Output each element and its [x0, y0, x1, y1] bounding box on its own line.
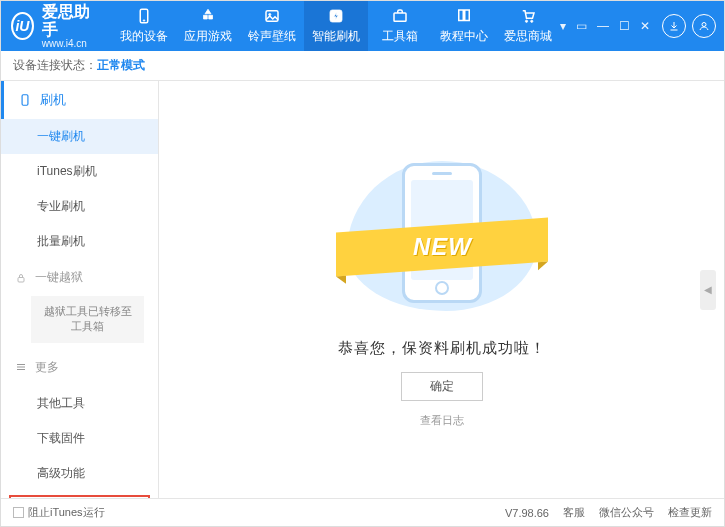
sidebar-item-batch-flash[interactable]: 批量刷机 [1, 224, 158, 259]
nav-label: 爱思商城 [504, 28, 552, 45]
sidebar-item-download-fw[interactable]: 下载固件 [1, 421, 158, 456]
footer-link-update[interactable]: 检查更新 [668, 505, 712, 520]
jailbreak-note: 越狱工具已转移至工具箱 [31, 296, 144, 343]
svg-rect-5 [394, 13, 406, 21]
checkbox-label: 阻止iTunes运行 [28, 505, 105, 520]
ok-button[interactable]: 确定 [401, 372, 483, 401]
status-label: 设备连接状态： [13, 57, 97, 74]
menu-icon[interactable]: ▾ [560, 19, 566, 33]
sidebar-more-header[interactable]: 更多 [1, 349, 158, 386]
sidebar-header-label: 更多 [35, 359, 59, 376]
sidebar-item-itunes-flash[interactable]: iTunes刷机 [1, 154, 158, 189]
nav-apps-games[interactable]: 应用游戏 [176, 1, 240, 51]
svg-point-7 [531, 20, 533, 22]
success-message: 恭喜您，保资料刷机成功啦！ [338, 339, 546, 358]
version-label: V7.98.66 [505, 507, 549, 519]
nav-label: 智能刷机 [312, 28, 360, 45]
sidebar: 刷机 一键刷机 iTunes刷机 专业刷机 批量刷机 一键越狱 越狱工具已转移至… [1, 81, 159, 498]
image-icon [263, 7, 281, 25]
minimize-icon[interactable]: — [597, 19, 609, 33]
checkbox-block-itunes[interactable]: 阻止iTunes运行 [13, 505, 105, 520]
svg-rect-2 [266, 11, 278, 22]
footer: 阻止iTunes运行 V7.98.66 客服 微信公众号 检查更新 [1, 498, 724, 526]
sidebar-header-label: 一键越狱 [35, 269, 83, 286]
checkbox-icon [13, 507, 24, 518]
nav-label: 教程中心 [440, 28, 488, 45]
nav-label: 工具箱 [382, 28, 418, 45]
skin-icon[interactable]: ▭ [576, 19, 587, 33]
lock-icon [15, 272, 27, 284]
device-icon [135, 7, 153, 25]
maximize-icon[interactable]: ☐ [619, 19, 630, 33]
close-icon[interactable]: ✕ [640, 19, 650, 33]
svg-rect-10 [18, 277, 24, 282]
sidebar-item-oneclick-flash[interactable]: 一键刷机 [1, 119, 158, 154]
sidebar-header-label: 刷机 [40, 91, 66, 109]
sidebar-flash-header[interactable]: 刷机 [1, 81, 158, 119]
svg-point-6 [525, 20, 527, 22]
nav-label: 应用游戏 [184, 28, 232, 45]
book-icon [455, 7, 473, 25]
app-url: www.i4.cn [42, 38, 92, 49]
sidebar-item-other-tools[interactable]: 其他工具 [1, 386, 158, 421]
nav-label: 我的设备 [120, 28, 168, 45]
nav-store[interactable]: 爱思商城 [496, 1, 560, 51]
sidebar-item-pro-flash[interactable]: 专业刷机 [1, 189, 158, 224]
nav-label: 铃声壁纸 [248, 28, 296, 45]
footer-link-support[interactable]: 客服 [563, 505, 585, 520]
footer-link-wechat[interactable]: 微信公众号 [599, 505, 654, 520]
svg-point-8 [702, 23, 706, 27]
nav-tutorials[interactable]: 教程中心 [432, 1, 496, 51]
download-button[interactable] [662, 14, 686, 38]
connection-status-bar: 设备连接状态： 正常模式 [1, 51, 724, 81]
status-value: 正常模式 [97, 57, 145, 74]
top-nav: 我的设备 应用游戏 铃声壁纸 智能刷机 工具箱 教程中心 [112, 1, 560, 51]
main-content: NEW 恭喜您，保资料刷机成功啦！ 确定 查看日志 ◀ [159, 81, 724, 498]
svg-point-1 [143, 20, 145, 22]
nav-smart-flash[interactable]: 智能刷机 [304, 1, 368, 51]
view-log-link[interactable]: 查看日志 [420, 413, 464, 428]
success-illustration: NEW [342, 151, 542, 321]
cart-icon [519, 7, 537, 25]
app-title: 爱思助手 [42, 3, 92, 38]
logo-icon: iU [11, 12, 34, 40]
sidebar-item-advanced[interactable]: 高级功能 [1, 456, 158, 491]
nav-ringtones[interactable]: 铃声壁纸 [240, 1, 304, 51]
flash-icon [327, 7, 345, 25]
apps-icon [199, 7, 217, 25]
collapse-panel-button[interactable]: ◀ [700, 270, 716, 310]
phone-icon [18, 93, 32, 107]
menu-icon [15, 361, 27, 373]
nav-toolbox[interactable]: 工具箱 [368, 1, 432, 51]
toolbox-icon [391, 7, 409, 25]
user-button[interactable] [692, 14, 716, 38]
nav-my-device[interactable]: 我的设备 [112, 1, 176, 51]
titlebar: iU 爱思助手 www.i4.cn 我的设备 应用游戏 铃声壁纸 智能刷机 [1, 1, 724, 51]
svg-rect-9 [22, 95, 28, 106]
sidebar-jailbreak-header: 一键越狱 [1, 259, 158, 296]
window-controls: ▾ ▭ — ☐ ✕ [560, 19, 650, 33]
app-logo: iU 爱思助手 www.i4.cn [11, 3, 92, 49]
